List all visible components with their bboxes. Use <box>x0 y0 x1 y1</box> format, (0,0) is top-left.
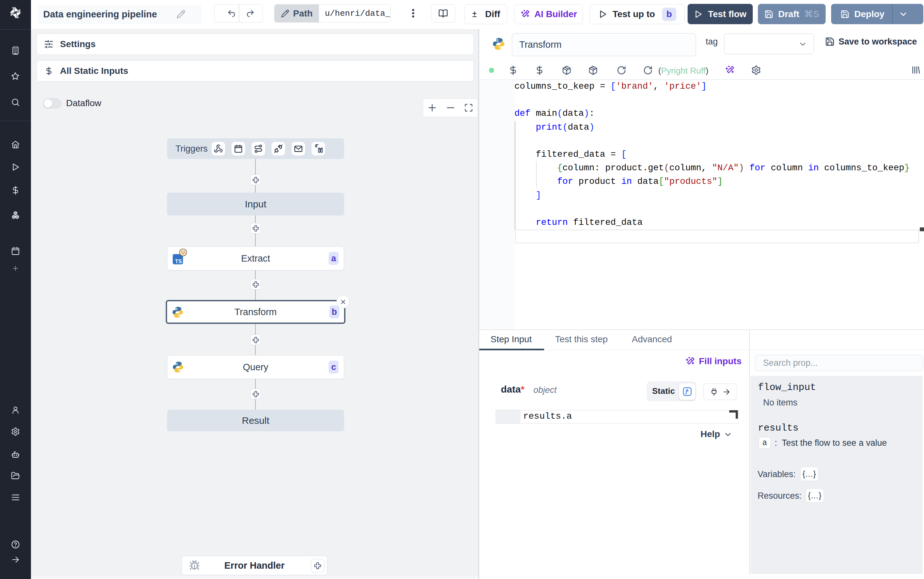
svg-text:TS: TS <box>175 258 182 265</box>
